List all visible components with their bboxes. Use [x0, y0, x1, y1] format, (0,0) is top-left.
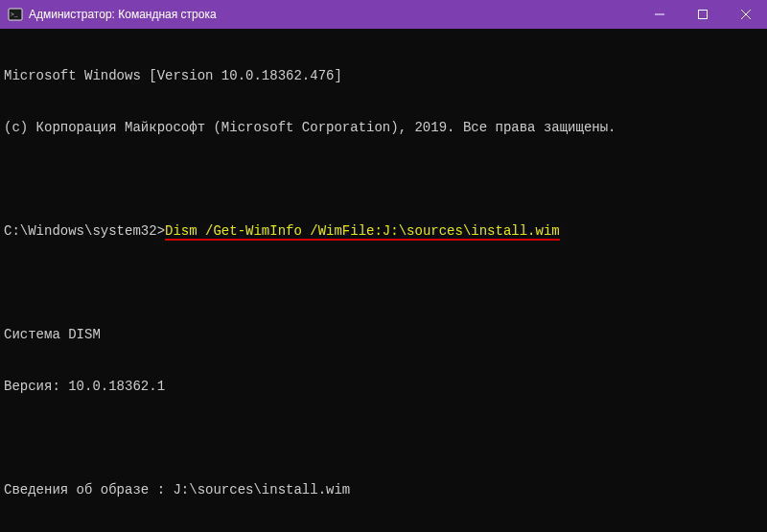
prompt-line: C:\Windows\system32>Dism /Get-WimInfo /W… — [4, 222, 765, 240]
blank-line — [4, 429, 765, 447]
dism-info-line: Сведения об образе : J:\sources\install.… — [4, 481, 765, 498]
window-title: Администратор: Командная строка — [29, 8, 217, 21]
svg-text:>_: >_ — [11, 11, 18, 18]
maximize-button[interactable] — [681, 0, 724, 29]
dism-system-line: Система DISM — [4, 326, 765, 343]
cmd-icon: >_ — [8, 7, 23, 22]
terminal-output[interactable]: Microsoft Windows [Version 10.0.18362.47… — [0, 29, 767, 532]
dism-version-line: Версия: 10.0.18362.1 — [4, 378, 765, 395]
blank-line — [4, 274, 765, 291]
os-version-line: Microsoft Windows [Version 10.0.18362.47… — [4, 67, 765, 84]
minimize-button[interactable] — [638, 0, 681, 29]
svg-rect-2 — [655, 14, 664, 15]
copyright-line: (c) Корпорация Майкрософт (Microsoft Cor… — [4, 119, 765, 136]
dism-command: Dism /Get-WimInfo /WimFile:J:\sources\in… — [165, 223, 560, 241]
prompt-path: C:\Windows\system32> — [4, 223, 165, 239]
cmd-window: >_ Администратор: Командная строка Micro… — [0, 0, 767, 532]
titlebar[interactable]: >_ Администратор: Командная строка — [0, 0, 767, 29]
blank-line — [4, 171, 765, 188]
close-button[interactable] — [724, 0, 767, 29]
svg-rect-3 — [698, 11, 707, 19]
